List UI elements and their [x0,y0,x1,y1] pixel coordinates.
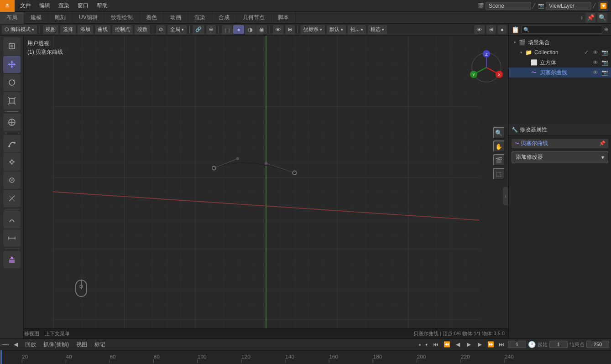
bezier-render-icon[interactable]: 📷 [601,69,608,76]
wireframe-btn[interactable]: ⬚ [222,25,233,34]
material-btn[interactable]: ◑ [245,25,256,34]
tab-animation[interactable]: 动画 [164,12,188,24]
tab-uv-edit[interactable]: UV编辑 [73,12,104,24]
scene-collection-item[interactable]: ▾ 🎬 场景集合 [509,37,611,47]
tab-geometry-nodes[interactable]: 几何节点 [236,12,272,24]
tab-sculpt[interactable]: 雕刻 [48,12,73,24]
jump-start-btn[interactable]: ⏮ [431,340,440,349]
toolbar-radius[interactable] [3,172,21,189]
timeline-ruler[interactable]: 20 40 60 80 100 120 140 160 180 200 220 … [0,350,611,364]
solid-btn[interactable]: ● [233,25,244,34]
menu-render[interactable]: 渲染 [55,1,73,10]
collection-check-icon[interactable]: ✓ [583,49,590,56]
prev-keyframe-btn[interactable]: ◀ [453,340,462,349]
tab-shading[interactable]: 着色 [140,12,164,24]
cube-item[interactable]: ⬜ 立方体 👁 📷 [509,57,611,68]
proportional-btn[interactable]: ⊙ [156,25,166,34]
capture-btn[interactable]: 抓像(插帧) [41,340,72,349]
tab-layout[interactable]: 布局 [0,12,24,24]
tab-scripting[interactable]: 脚本 [272,12,296,24]
bezier-eye-icon[interactable]: 👁 [592,69,599,76]
menu-edit[interactable]: 编辑 [36,1,54,10]
add-menu[interactable]: 添加 [78,25,93,34]
collection-expand[interactable]: ▾ [518,49,524,56]
segments-menu[interactable]: 段数 [135,25,150,34]
cube-render-icon[interactable]: 📷 [601,59,608,66]
menu-help[interactable]: 帮助 [93,1,111,10]
props-obj-pin-btn[interactable]: 📌 [599,140,606,146]
collection-render-icon[interactable]: 📷 [601,49,608,56]
menu-window[interactable]: 窗口 [74,1,92,10]
viewport-gizmo-toggle[interactable]: ⊞ [486,25,496,34]
toolbar-draw[interactable] [3,135,21,152]
control-points-menu[interactable]: 控制点 [112,25,133,34]
coord-system[interactable]: 坐标系 [301,25,325,34]
timeline-expand-btn[interactable]: ◀ [11,340,21,348]
zoom-to-fit-btn[interactable]: 🔍 [493,127,505,139]
toolbar-tilt[interactable] [3,190,21,207]
current-frame-input[interactable] [508,341,526,348]
cube-expand[interactable] [523,59,530,66]
select-mode[interactable]: 框选 [368,25,387,34]
frame-start-input[interactable] [549,341,568,348]
perspective-btn[interactable]: ⬚ [493,168,505,180]
select-menu[interactable]: 选择 [60,25,76,34]
step-forward-btn[interactable]: ⏩ [486,340,495,349]
engine-select[interactable]: 🔽 [598,1,608,11]
camera-btn[interactable]: 🎬 [493,154,505,166]
toolbar-extrude[interactable] [3,153,21,171]
viewport-overlay-toggle[interactable]: 👁 [474,25,485,34]
outliner-search[interactable] [521,26,602,34]
gizmo-btn[interactable]: ⊞ [285,25,295,34]
n-panel-toggle[interactable]: ‹ [503,187,508,205]
play-btn[interactable]: ▶ [464,340,473,349]
coord-default[interactable]: 默认 [327,25,346,34]
toolbar-transform[interactable] [3,114,21,131]
timeline-markers-btn[interactable]: 标记 [92,340,108,349]
outliner-filter[interactable]: ⊕ [604,26,608,32]
overlay-btn[interactable]: 👁 [273,25,283,34]
collection-item[interactable]: ▾ 📁 Collection ✓ 👁 📷 [509,47,611,57]
curve-menu[interactable]: 曲线 [95,25,110,34]
timeline-view-btn[interactable]: 视图 [73,340,90,349]
toolbar-add-curve[interactable] [3,251,21,268]
viewport-shading-toggle[interactable]: ● [498,25,507,34]
step-back-btn[interactable]: ⏪ [442,340,451,349]
proportional-mode[interactable]: 全局 [167,25,187,34]
view-menu[interactable]: 视图 [43,25,58,34]
toolbar-cursor[interactable] [3,37,21,55]
view-layer-input[interactable] [546,2,591,10]
tab-modeling[interactable]: 建模 [24,12,48,24]
viewport-3d[interactable]: 用户透视 (1) 贝塞尔曲线 Z X Y 🔍 ✋ 🎬 ⬚ [24,36,508,338]
dropdown-expand[interactable]: ▾ [423,342,429,347]
toolbar-measure[interactable] [3,229,21,247]
playback-btn[interactable]: 回放 [22,340,39,349]
snap-mode[interactable]: ⊕ [206,25,216,34]
nav-gizmo[interactable]: Z X Y [468,49,505,87]
snap-btn[interactable]: 🔗 [193,25,204,34]
pin-icon[interactable]: 📌 [585,13,595,23]
menu-file[interactable]: 文件 [16,1,35,10]
scene-collection-expand[interactable]: ▾ [512,39,518,46]
collection-eye-icon[interactable]: 👁 [592,49,599,56]
jump-end-btn[interactable]: ⏭ [497,340,506,349]
pan-btn[interactable]: ✋ [493,140,505,152]
frame-end-input[interactable] [586,341,609,348]
toolbar-move[interactable] [3,56,21,73]
cube-eye-icon[interactable]: 👁 [592,59,599,66]
scene-input[interactable] [486,2,531,10]
bezier-curve-item[interactable]: 〜 贝塞尔曲线 👁 📷 [509,68,611,78]
next-keyframe-btn[interactable]: ▶ [475,340,484,349]
add-workspace-btn[interactable]: + [580,14,584,21]
render-btn[interactable]: ◉ [256,25,267,34]
toolbar-annotate[interactable] [3,211,21,229]
tab-rendering[interactable]: 渲染 [188,12,212,24]
add-modifier-btn[interactable]: 添加修改器 ▾ [512,151,608,163]
toolbar-scale[interactable] [3,92,21,109]
mode-dropdown[interactable]: ⬡ 编辑模式 [2,25,37,34]
drag-mode[interactable]: 拖... [348,25,366,34]
tab-compositing[interactable]: 合成 [212,12,236,24]
toolbar-rotate[interactable] [3,74,21,91]
bezier-expand[interactable] [523,69,530,76]
search-btn[interactable]: 🔍 [597,13,607,23]
